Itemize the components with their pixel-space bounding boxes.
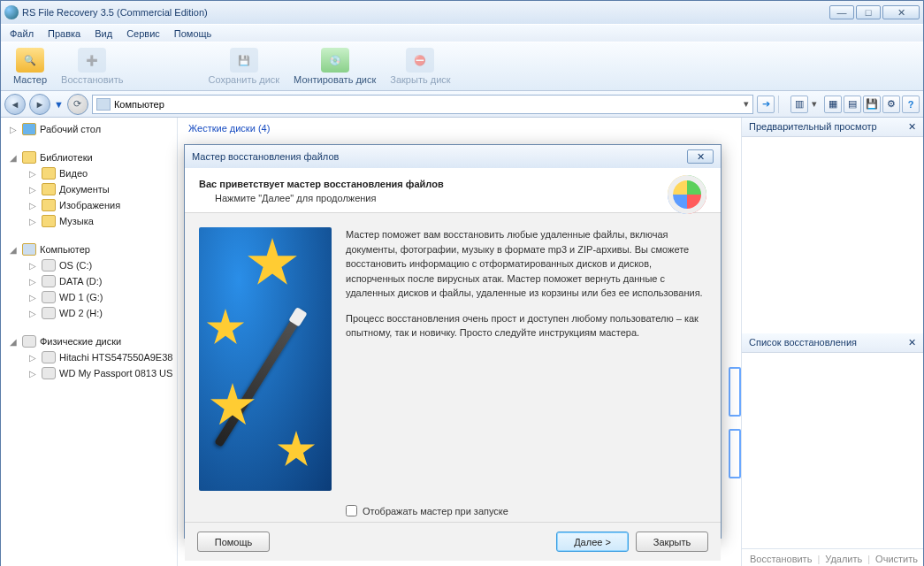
- close-disk-button[interactable]: ⛔ Закрыть диск: [383, 46, 457, 87]
- go-button[interactable]: ➔: [757, 96, 775, 113]
- nav-back-button[interactable]: ◄: [4, 94, 26, 115]
- tree-libraries[interactable]: ◢Библиотеки: [1, 149, 177, 165]
- tree-drive-c-label: OS (C:): [59, 260, 92, 271]
- view-tiles-button[interactable]: ▦: [824, 96, 842, 113]
- computer-icon: [96, 98, 111, 111]
- mount-disk-button[interactable]: 💿 Монтировать диск: [286, 46, 383, 87]
- tree-lib-video[interactable]: ▷Видео: [1, 165, 177, 181]
- dialog-heading: Вас приветствует мастер восстановления ф…: [199, 179, 706, 189]
- dialog-close-label: Закрыть: [653, 537, 691, 547]
- tree-drive-h[interactable]: ▷WD 2 (H:): [1, 305, 177, 321]
- recovery-list-close-icon[interactable]: ✕: [908, 337, 916, 348]
- tree-phys-wd[interactable]: ▷WD My Passport 0813 US: [1, 365, 177, 381]
- show-on-startup-label: Отображать мастер при запуске: [363, 506, 508, 516]
- tree-libraries-label: Библиотеки: [40, 152, 93, 163]
- disks-header[interactable]: Жесткие диски (4): [178, 118, 741, 139]
- toolbar: 🔍 Мастер ➕ Восстановить 💾 Сохранить диск…: [1, 42, 923, 91]
- tree-lib-music-label: Музыка: [59, 216, 94, 226]
- disk-thumb: [729, 429, 741, 478]
- address-bar[interactable]: Компьютер ▾: [92, 95, 753, 114]
- preview-body: [742, 137, 923, 333]
- tree-drive-g-label: WD 1 (G:): [59, 292, 103, 302]
- titlebar[interactable]: RS File Recovery 3.5 (Commercial Edition…: [1, 1, 923, 24]
- menu-file[interactable]: Файл: [6, 27, 37, 40]
- desktop-icon: [22, 123, 36, 135]
- tree-lib-music[interactable]: ▷Музыка: [1, 213, 177, 229]
- delete-link[interactable]: Удалить: [825, 554, 862, 564]
- tree-lib-docs[interactable]: ▷Документы: [1, 181, 177, 197]
- views-button[interactable]: ▥: [790, 96, 808, 113]
- disk-icon: [42, 291, 56, 303]
- save-disk-label: Сохранить диск: [209, 74, 280, 85]
- dialog-titlebar[interactable]: Мастер восстановления файлов ✕: [185, 145, 721, 168]
- nav-dropdown-icon[interactable]: ▼: [54, 99, 64, 110]
- recover-link[interactable]: Восстановить: [750, 554, 812, 564]
- tree-physical[interactable]: ◢Физические диски: [1, 333, 177, 349]
- address-text: Компьютер: [114, 99, 164, 110]
- disk-icon: [42, 275, 56, 287]
- dialog-help-label: Помощь: [215, 537, 253, 547]
- folder-icon: [42, 183, 56, 195]
- tree-lib-docs-label: Документы: [59, 184, 110, 195]
- tree-phys-hitachi[interactable]: ▷Hitachi HTS547550A9E38: [1, 349, 177, 365]
- tree-desktop-label: Рабочий стол: [40, 124, 101, 134]
- wizard-para2: Процесс восстановления очень прост и дос…: [346, 311, 706, 340]
- close-button[interactable]: ✕: [882, 5, 920, 19]
- recovery-list-title-label: Список восстановления: [749, 337, 857, 348]
- dialog-next-button[interactable]: Далее >: [556, 532, 629, 552]
- dialog-subheading: Нажмите "Далее" для продолжения: [199, 193, 706, 203]
- help-button[interactable]: ?: [902, 96, 920, 113]
- dialog-help-button[interactable]: Помощь: [197, 532, 270, 552]
- preview-pane-title: Предварительный просмотр ✕: [742, 118, 923, 137]
- tree-lib-images-label: Изображения: [59, 200, 120, 210]
- nav-recent-button[interactable]: ⟳: [67, 94, 88, 115]
- save-layout-button[interactable]: 💾: [863, 96, 881, 113]
- show-on-startup-checkbox[interactable]: [346, 505, 357, 516]
- maximize-button[interactable]: □: [856, 5, 881, 19]
- navbar: ◄ ► ▼ ⟳ Компьютер ▾ ➔ ▥ ▾ ▦ ▤ 💾 ⚙ ?: [1, 91, 923, 118]
- address-dropdown-icon[interactable]: ▾: [744, 98, 749, 110]
- nav-forward-button[interactable]: ►: [29, 94, 50, 115]
- clear-link[interactable]: Очистить: [875, 554, 918, 564]
- minimize-button[interactable]: —: [829, 5, 854, 19]
- recovery-list-body: [742, 353, 923, 549]
- tree-computer[interactable]: ◢Компьютер: [1, 241, 177, 257]
- menu-service[interactable]: Сервис: [123, 27, 164, 40]
- menu-edit[interactable]: Правка: [44, 27, 84, 40]
- menu-view[interactable]: Вид: [91, 27, 116, 40]
- wizard-disc-icon: [668, 175, 706, 214]
- recovery-list-footer: Восстановить | Удалить | Очистить: [742, 548, 923, 566]
- dialog-checkbox-row: Отображать мастер при запуске: [185, 505, 721, 522]
- preview-close-icon[interactable]: ✕: [908, 121, 916, 133]
- wizard-button[interactable]: 🔍 Мастер: [6, 46, 54, 87]
- tree-lib-images[interactable]: ▷Изображения: [1, 197, 177, 213]
- dialog-close-button[interactable]: ✕: [687, 149, 714, 164]
- preview-title-label: Предварительный просмотр: [749, 121, 877, 133]
- mount-disk-label: Монтировать диск: [294, 74, 376, 85]
- tree-phys-hitachi-label: Hitachi HTS547550A9E38: [59, 352, 172, 363]
- tree-drive-d-label: DATA (D:): [59, 276, 102, 287]
- physical-disks-icon: [22, 335, 36, 348]
- views-dropdown-icon[interactable]: ▾: [812, 98, 817, 110]
- tree-physical-label: Физические диски: [40, 336, 121, 347]
- recovery-list-pane-title: Список восстановления ✕: [742, 333, 923, 353]
- tree-drive-h-label: WD 2 (H:): [59, 308, 103, 318]
- save-disk-button[interactable]: 💾 Сохранить диск: [202, 46, 287, 87]
- options-button[interactable]: ⚙: [882, 96, 900, 113]
- dialog-title-text: Мастер восстановления файлов: [192, 151, 339, 162]
- tree-drive-g[interactable]: ▷WD 1 (G:): [1, 289, 177, 305]
- recover-icon: ➕: [78, 48, 106, 73]
- tree-drive-d[interactable]: ▷DATA (D:): [1, 273, 177, 289]
- wizard-icon: 🔍: [16, 48, 44, 73]
- save-disk-icon: 💾: [230, 48, 258, 73]
- menu-help[interactable]: Помощь: [171, 27, 216, 40]
- dialog-close-button-footer[interactable]: Закрыть: [636, 532, 708, 552]
- tree-computer-label: Компьютер: [40, 244, 90, 255]
- view-list-button[interactable]: ▤: [844, 96, 861, 113]
- recover-button[interactable]: ➕ Восстановить: [54, 46, 130, 87]
- disk-icon: [42, 367, 56, 379]
- dialog-header: Вас приветствует мастер восстановления ф…: [185, 168, 721, 213]
- tree-drive-c[interactable]: ▷OS (C:): [1, 257, 177, 273]
- wizard-image: [199, 227, 332, 491]
- tree-desktop[interactable]: ▷Рабочий стол: [1, 121, 177, 137]
